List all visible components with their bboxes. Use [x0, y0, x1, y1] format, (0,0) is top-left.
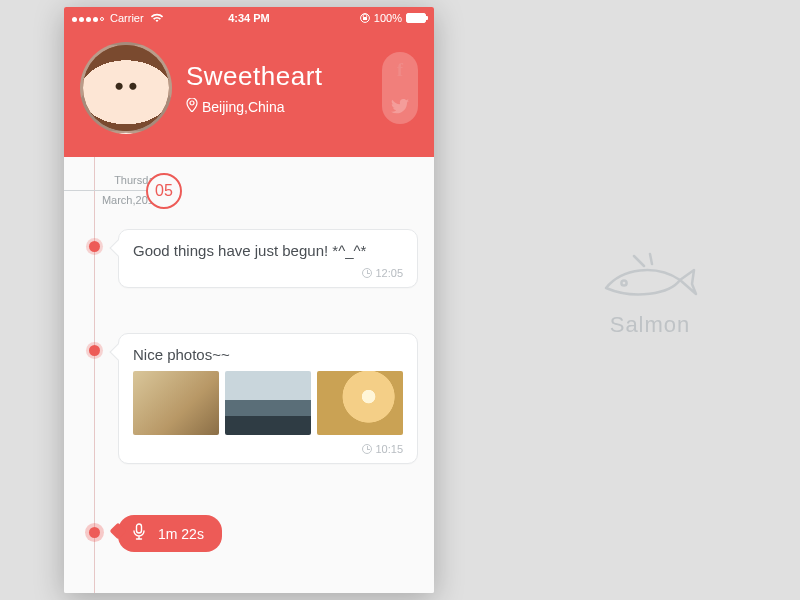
date-chip: Thursday March,2014 05: [64, 173, 182, 209]
battery-icon: [406, 13, 426, 23]
mic-icon: [132, 523, 146, 544]
post-time: 12:05: [133, 267, 403, 279]
timeline-node: [89, 527, 100, 538]
profile-name: Sweetheart: [186, 61, 368, 92]
carrier-label: Carrier: [110, 12, 144, 24]
brand-name: Salmon: [600, 312, 700, 338]
lock-icon: [360, 12, 370, 25]
clock-label: 4:34 PM: [228, 12, 270, 24]
svg-rect-1: [363, 17, 367, 20]
avatar[interactable]: [80, 42, 172, 134]
status-bar: Carrier 4:34 PM 100%: [64, 7, 434, 29]
clock-icon: [362, 268, 372, 278]
svg-rect-2: [137, 524, 142, 533]
post-time: 10:15: [133, 443, 403, 455]
svg-point-3: [621, 280, 626, 285]
post-bubble[interactable]: Good things have just begun! *^_^* 12:05: [118, 229, 418, 288]
twitter-icon[interactable]: [389, 95, 411, 117]
date-day-circle: 05: [146, 173, 182, 209]
fish-icon: [600, 250, 700, 304]
phone-frame: Carrier 4:34 PM 100% Sweetheart Beijing,…: [64, 7, 434, 593]
post-text: Good things have just begun! *^_^*: [133, 242, 403, 259]
facebook-icon[interactable]: f: [389, 59, 411, 81]
post-bubble[interactable]: Nice photos~~ 10:15: [118, 333, 418, 464]
battery-pct-label: 100%: [374, 12, 402, 24]
brand-mark: Salmon: [600, 250, 700, 338]
photo-thumb[interactable]: [133, 371, 219, 435]
pin-icon: [186, 98, 198, 115]
timeline-node: [89, 241, 100, 252]
profile-location: Beijing,China: [186, 98, 368, 115]
photo-thumbs: [133, 371, 403, 435]
voice-bubble[interactable]: 1m 22s: [118, 515, 222, 552]
timeline: Thursday March,2014 05 Good things have …: [64, 157, 434, 593]
profile-location-text: Beijing,China: [202, 99, 285, 115]
timeline-node: [89, 345, 100, 356]
post-text: Nice photos~~: [133, 346, 403, 363]
signal-dots-icon: [72, 12, 106, 24]
wifi-icon: [150, 13, 164, 23]
photo-thumb[interactable]: [317, 371, 403, 435]
photo-thumb[interactable]: [225, 371, 311, 435]
post-time-label: 12:05: [375, 267, 403, 279]
voice-duration: 1m 22s: [158, 526, 204, 542]
post-time-label: 10:15: [375, 443, 403, 455]
social-pill: f: [382, 52, 418, 124]
clock-icon: [362, 444, 372, 454]
profile-header: Sweetheart Beijing,China f: [64, 29, 434, 157]
